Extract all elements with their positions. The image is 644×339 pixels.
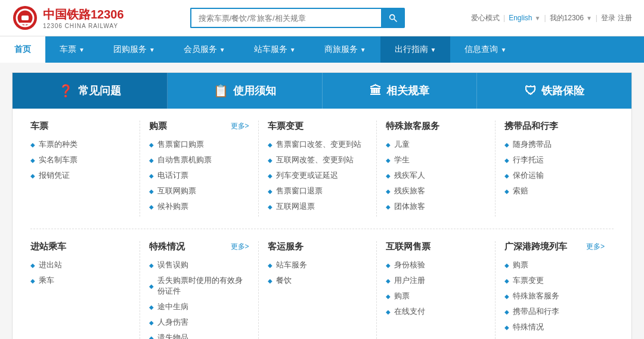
svg-line-6 xyxy=(394,19,397,21)
list-item[interactable]: ◆电话订票 xyxy=(149,170,249,181)
regulations-icon: 🏛 xyxy=(370,84,382,98)
list-item[interactable]: ◆实名制车票 xyxy=(30,155,131,165)
search-input[interactable] xyxy=(190,8,381,28)
special-more-link[interactable]: 更多> xyxy=(231,242,249,252)
top-links: 爱心模式 | English ▼ | 我的12306 ▼ | 登录 注册 xyxy=(471,13,632,23)
diamond-icon: ◆ xyxy=(386,309,391,315)
diamond-icon: ◆ xyxy=(386,262,391,269)
logo-en: 12306 CHINA RAILWAY xyxy=(43,23,124,29)
main-nav: 首页 车票 ▼ 团购服务 ▼ 会员服务 ▼ 站车服务 ▼ 商旅服务 ▼ 出行指南… xyxy=(0,36,644,63)
tab-insurance[interactable]: 🛡 铁路保险 xyxy=(477,73,631,109)
tab-regulations[interactable]: 🏛 相关规章 xyxy=(323,73,478,109)
english-dropdown-icon[interactable]: ▼ xyxy=(535,15,541,21)
col-luggage-title: 携带品和行李 xyxy=(504,121,605,132)
list-item[interactable]: ◆遗失物品 xyxy=(149,332,249,339)
nav-item-member[interactable]: 会员服务 ▼ xyxy=(169,36,240,63)
diamond-icon: ◆ xyxy=(504,309,509,315)
list-item[interactable]: ◆保价运输 xyxy=(504,170,605,181)
diamond-icon: ◆ xyxy=(504,278,509,284)
guide-arrow: ▼ xyxy=(431,47,436,53)
col-special-situation-title: 特殊情况 更多> xyxy=(149,241,249,252)
account-dropdown-icon[interactable]: ▼ xyxy=(586,15,592,21)
list-item[interactable]: ◆丢失购票时使用的有效身份证件 xyxy=(149,275,249,297)
diamond-icon: ◆ xyxy=(30,262,35,269)
search-button[interactable] xyxy=(381,8,405,28)
list-item[interactable]: ◆站车服务 xyxy=(268,260,368,270)
english-link[interactable]: English xyxy=(509,14,532,22)
list-item[interactable]: ◆特殊情况 xyxy=(504,322,605,332)
nav-item-group[interactable]: 团购服务 ▼ xyxy=(99,36,169,63)
nav-item-info[interactable]: 信息查询 ▼ xyxy=(450,36,521,63)
list-item[interactable]: ◆互联网购票 xyxy=(149,186,249,196)
list-item[interactable]: ◆自动售票机购票 xyxy=(149,155,249,165)
list-item[interactable]: ◆售票窗口退票 xyxy=(268,186,368,196)
member-arrow: ▼ xyxy=(219,47,225,53)
diamond-icon: ◆ xyxy=(386,172,391,179)
guangshen-more-link[interactable]: 更多> xyxy=(586,242,605,252)
my-account-link[interactable]: 我的12306 xyxy=(550,13,584,23)
diamond-icon: ◆ xyxy=(386,188,391,195)
list-item[interactable]: ◆报销凭证 xyxy=(30,170,131,181)
search-area xyxy=(190,8,405,28)
list-item[interactable]: ◆行李托运 xyxy=(504,155,605,165)
list-item[interactable]: ◆索赔 xyxy=(504,186,605,196)
list-item[interactable]: ◆车票的种类 xyxy=(30,139,131,150)
login-link[interactable]: 登录 xyxy=(601,13,615,23)
diamond-icon: ◆ xyxy=(30,157,35,164)
list-item[interactable]: ◆误售误购 xyxy=(149,260,249,270)
register-link[interactable]: 注册 xyxy=(618,13,632,23)
nav-item-home[interactable]: 首页 xyxy=(0,36,45,63)
diamond-icon: ◆ xyxy=(149,157,154,164)
list-item[interactable]: ◆残疾旅客 xyxy=(386,186,486,196)
nav-item-business[interactable]: 商旅服务 ▼ xyxy=(310,36,380,63)
list-item[interactable]: ◆在线支付 xyxy=(386,306,486,317)
col-change-title: 车票变更 xyxy=(268,121,368,132)
diamond-icon: ◆ xyxy=(149,262,154,269)
col-boarding-title: 进站乘车 xyxy=(30,241,131,252)
caring-mode-link[interactable]: 爱心模式 xyxy=(471,13,500,23)
diamond-icon: ◆ xyxy=(504,188,509,195)
diamond-icon: ◆ xyxy=(268,172,273,179)
diamond-icon: ◆ xyxy=(149,204,154,210)
top-bar: 中国铁路12306 12306 CHINA RAILWAY 爱心模式 | Eng… xyxy=(0,0,644,36)
list-item[interactable]: ◆购票 xyxy=(386,291,486,301)
list-item[interactable]: ◆身份核验 xyxy=(386,260,486,270)
diamond-icon: ◆ xyxy=(149,335,154,340)
tab-faq[interactable]: ❓ 常见问题 xyxy=(13,73,168,109)
content-wrap: ❓ 常见问题 📋 使用须知 🏛 相关规章 🛡 铁路保险 车票 ◆车票的种类 ◆实… xyxy=(12,72,632,339)
list-item[interactable]: ◆儿童 xyxy=(386,139,486,150)
list-item[interactable]: ◆乘车 xyxy=(30,275,131,286)
list-item[interactable]: ◆团体旅客 xyxy=(386,201,486,212)
list-item[interactable]: ◆携带品和行李 xyxy=(504,306,605,317)
list-item[interactable]: ◆购票 xyxy=(504,260,605,270)
col-guangshen-title: 广深港跨境列车 更多> xyxy=(504,241,605,252)
list-item[interactable]: ◆残疾军人 xyxy=(386,170,486,181)
col-buy-title: 购票 更多> xyxy=(149,121,249,132)
list-item[interactable]: ◆进出站 xyxy=(30,260,131,270)
col-buy: 购票 更多> ◆售票窗口购票 ◆自动售票机购票 ◆电话订票 ◆互联网购票 ◆候补… xyxy=(140,121,259,217)
nav-item-guide[interactable]: 出行指南 ▼ xyxy=(380,36,451,63)
list-item[interactable]: ◆餐饮 xyxy=(268,275,368,286)
list-item[interactable]: ◆用户注册 xyxy=(386,275,486,286)
list-item[interactable]: ◆特殊旅客服务 xyxy=(504,291,605,301)
list-item[interactable]: ◆列车变更或证延迟 xyxy=(268,170,368,181)
list-item[interactable]: ◆候补购票 xyxy=(149,201,249,212)
tab-notice[interactable]: 📋 使用须知 xyxy=(168,73,323,109)
nav-item-tickets[interactable]: 车票 ▼ xyxy=(45,36,99,63)
list-item[interactable]: ◆随身携带品 xyxy=(504,139,605,150)
list-item[interactable]: ◆人身伤害 xyxy=(149,317,249,328)
search-icon xyxy=(388,13,398,23)
list-item[interactable]: ◆学生 xyxy=(386,155,486,165)
col-special-passenger: 特殊旅客服务 ◆儿童 ◆学生 ◆残疾军人 ◆残疾旅客 ◆团体旅客 xyxy=(377,121,496,217)
col-boarding: 进站乘车 ◆进出站 ◆乘车 xyxy=(30,241,140,339)
list-item[interactable]: ◆售票窗口购票 xyxy=(149,139,249,150)
separator3: | xyxy=(596,14,597,22)
diamond-icon: ◆ xyxy=(504,324,509,331)
list-item[interactable]: ◆途中生病 xyxy=(149,301,249,312)
list-item[interactable]: ◆互联网改签、变更到站 xyxy=(268,155,368,165)
list-item[interactable]: ◆售票窗口改签、变更到站 xyxy=(268,139,368,150)
nav-item-station[interactable]: 站车服务 ▼ xyxy=(240,36,310,63)
buy-more-link[interactable]: 更多> xyxy=(231,121,249,131)
list-item[interactable]: ◆互联网退票 xyxy=(268,201,368,212)
list-item[interactable]: ◆车票变更 xyxy=(504,275,605,286)
